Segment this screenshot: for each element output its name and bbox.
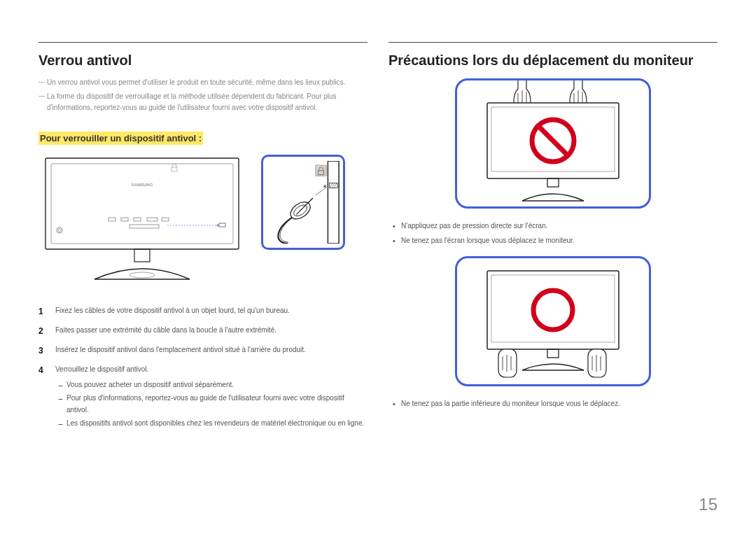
svg-rect-18	[328, 161, 339, 244]
figure-monitor-rear: SAMSUNG	[38, 155, 248, 284]
step-text: Insérez le dispositif antivol dans l'emp…	[55, 344, 306, 357]
step-text: Faites passer une extrémité du câble dan…	[55, 325, 276, 337]
svg-point-11	[58, 229, 61, 232]
figure-row: SAMSUNG	[38, 155, 368, 284]
svg-rect-43	[547, 349, 559, 358]
left-column: Verrou antivol Un verrou antivol vous pe…	[38, 42, 368, 437]
substep-item: Vous pouvez acheter un dispositif antivo…	[55, 379, 368, 391]
bullet-item: N'appliquez pas de pression directe sur …	[388, 220, 718, 232]
precaution-svg-top	[462, 80, 644, 206]
precaution-figure-bottom	[455, 256, 651, 386]
svg-rect-41	[487, 271, 619, 349]
step-number: 1	[38, 305, 47, 318]
step-number: 4	[38, 364, 47, 430]
svg-point-16	[130, 272, 155, 278]
bullet-item: Ne tenez pas la partie inférieure du mon…	[388, 398, 718, 409]
svg-text:SAMSUNG: SAMSUNG	[132, 183, 153, 187]
substeps-list: Vous pouvez acheter un dispositif antivo…	[55, 379, 368, 429]
svg-rect-5	[134, 218, 141, 221]
svg-point-10	[57, 227, 62, 233]
step-item: 4 Verrouillez le dispositif antivol. Vou…	[38, 364, 368, 430]
step-item: 2 Faites passer une extrémité du câble d…	[38, 325, 368, 337]
svg-rect-9	[219, 223, 225, 227]
bullet-list-1: N'appliquez pas de pression directe sur …	[388, 220, 718, 246]
heading-precautions: Précautions lors du déplacement du monit…	[388, 52, 718, 69]
svg-rect-7	[162, 218, 169, 221]
note-paragraph: Un verrou antivol vous permet d'utiliser…	[38, 77, 368, 88]
bullet-item: Ne tenez pas l'écran lorsque vous déplac…	[388, 234, 718, 246]
step-text: Verrouillez le dispositif antivol.	[55, 365, 148, 373]
substep-item: Les dispositifs antivol sont disponibles…	[55, 417, 368, 429]
svg-rect-6	[147, 218, 158, 221]
svg-rect-17	[172, 167, 177, 171]
step-text: Fixez les câbles de votre dispositif ant…	[55, 305, 290, 318]
svg-rect-0	[46, 158, 239, 249]
precaution-svg-bottom	[462, 258, 644, 384]
svg-line-28	[307, 198, 313, 204]
step-item: 3 Insérez le dispositif antivol dans l'e…	[38, 344, 368, 357]
page-number: 15	[699, 495, 718, 514]
step-number: 3	[38, 344, 47, 357]
subheading-pour-verrouiller: Pour verrouiller un dispositif antivol :	[38, 132, 203, 145]
svg-rect-37	[547, 178, 559, 187]
step-item: 1 Fixez les câbles de votre dispositif a…	[38, 305, 368, 318]
substep-item: Pour plus d'informations, reportez-vous …	[55, 392, 368, 416]
figure-lock-zoom	[261, 155, 345, 250]
bullet-list-2: Ne tenez pas la partie inférieure du mon…	[388, 398, 718, 409]
note-paragraph: La forme du dispositif de verrouillage e…	[38, 91, 368, 113]
heading-verrou-antivol: Verrou antivol	[38, 52, 368, 69]
step-number: 2	[38, 325, 47, 337]
svg-rect-4	[121, 218, 128, 221]
precaution-figure-top	[455, 78, 651, 209]
svg-rect-3	[108, 218, 115, 221]
svg-rect-14	[134, 249, 150, 262]
right-column: Précautions lors du déplacement du monit…	[388, 42, 718, 437]
divider-top-left	[38, 42, 368, 43]
svg-point-13	[217, 225, 219, 227]
monitor-rear-svg: SAMSUNG	[38, 155, 248, 284]
svg-rect-8	[130, 225, 159, 228]
lock-zoom-svg	[267, 161, 343, 244]
svg-rect-1	[51, 164, 233, 244]
numbered-steps-list: 1 Fixez les câbles de votre dispositif a…	[38, 305, 368, 430]
divider-top-right	[388, 42, 718, 43]
